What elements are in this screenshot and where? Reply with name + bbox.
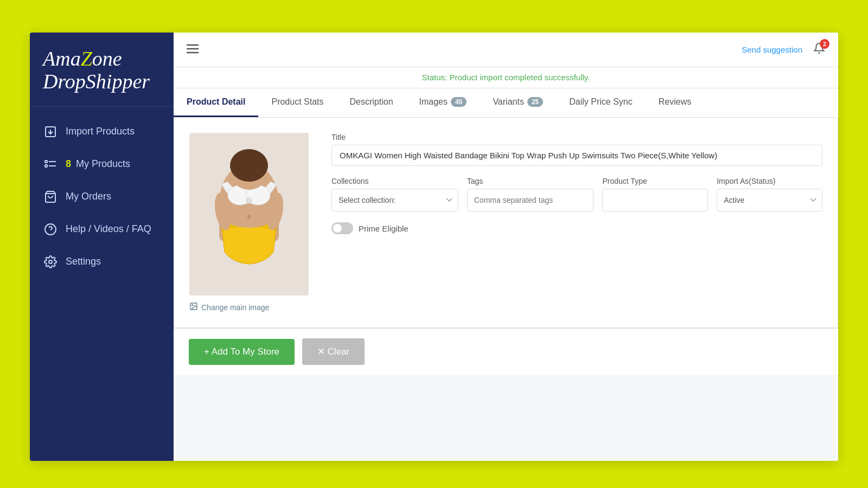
hamburger-icon[interactable]	[187, 43, 199, 57]
send-suggestion-link[interactable]: Send suggestion	[742, 45, 802, 54]
product-image-wrapper	[189, 133, 309, 296]
tab-reviews[interactable]: Reviews	[646, 88, 704, 117]
images-badge: 45	[451, 97, 467, 107]
sidebar-item-label-settings: Settings	[66, 256, 101, 267]
tags-input[interactable]	[467, 189, 594, 211]
svg-point-9	[49, 260, 52, 264]
product-type-group: Product Type	[602, 177, 708, 211]
tab-daily-price-sync[interactable]: Daily Price Sync	[556, 88, 645, 117]
form-row: Collections Select collection: Tags	[331, 177, 822, 211]
sidebar-item-help[interactable]: Help / Videos / FAQ	[30, 213, 174, 246]
tab-description[interactable]: Description	[337, 88, 406, 117]
svg-point-20	[247, 215, 251, 219]
collections-group: Collections Select collection:	[331, 177, 458, 211]
sidebar-item-my-products[interactable]: 8 My Products	[30, 148, 174, 181]
product-detail-panel: Change main image Title Collections	[174, 118, 838, 328]
tags-label: Tags	[467, 177, 594, 185]
sidebar-item-label-myproducts: 8 My Products	[66, 158, 130, 170]
prime-eligible-label: Prime Eligible	[359, 224, 409, 233]
prime-eligible-row: Prime Eligible	[331, 222, 822, 234]
title-label: Title	[331, 133, 822, 142]
outer-frame: AmaZone DropShipper Import Products	[0, 0, 868, 488]
main-content: Send suggestion 2 Status: Product imp	[174, 33, 838, 461]
status-text: Status: Product import completed success…	[422, 73, 590, 82]
add-to-store-button[interactable]: + Add To My Store	[189, 339, 295, 365]
sidebar-item-settings[interactable]: Settings	[30, 246, 174, 278]
import-status-select[interactable]: Active	[717, 189, 822, 211]
prime-eligible-toggle[interactable]	[331, 222, 353, 234]
settings-icon	[43, 254, 58, 269]
tab-bar: Product Detail Product Stats Description…	[174, 88, 838, 118]
sidebar-nav: Import Products 8 My Products	[30, 107, 174, 287]
action-bar: + Add To My Store ✕ Clear	[174, 328, 838, 375]
tab-product-detail[interactable]: Product Detail	[174, 88, 258, 117]
collections-select[interactable]: Select collection:	[331, 189, 458, 211]
sidebar-item-my-orders[interactable]: My Orders	[30, 181, 174, 213]
product-fields-col: Title Collections Select collection:	[331, 133, 822, 312]
sidebar-item-label-help: Help / Videos / FAQ	[66, 223, 151, 235]
image-icon	[189, 302, 198, 312]
svg-point-19	[226, 211, 272, 228]
product-type-label: Product Type	[602, 177, 708, 185]
import-icon	[43, 124, 58, 139]
top-bar: Send suggestion 2	[174, 33, 838, 67]
logo: AmaZone DropShipper	[30, 33, 174, 107]
collections-label: Collections	[331, 177, 458, 185]
sidebar-item-label-import: Import Products	[66, 126, 135, 137]
tags-group: Tags	[467, 177, 594, 211]
change-image-link[interactable]: Change main image	[189, 302, 314, 312]
product-image-col: Change main image	[189, 133, 314, 312]
bag-icon	[43, 189, 58, 204]
app-window: AmaZone DropShipper Import Products	[30, 33, 838, 461]
variants-badge: 25	[527, 97, 543, 107]
title-input[interactable]	[331, 145, 822, 166]
tab-images[interactable]: Images 45	[406, 88, 480, 117]
svg-rect-4	[45, 165, 47, 167]
sidebar: AmaZone DropShipper Import Products	[30, 33, 174, 461]
tab-product-stats[interactable]: Product Stats	[258, 88, 336, 117]
svg-point-26	[192, 305, 193, 306]
status-bar: Status: Product import completed success…	[174, 67, 838, 88]
svg-rect-2	[45, 160, 47, 163]
sidebar-item-import-products[interactable]: Import Products	[30, 115, 174, 148]
change-image-text: Change main image	[201, 303, 269, 312]
product-type-input[interactable]	[602, 189, 708, 211]
product-detail-layout: Change main image Title Collections	[189, 133, 822, 312]
list-icon	[43, 157, 58, 172]
tab-variants[interactable]: Variants 25	[480, 88, 556, 117]
notification-wrapper[interactable]: 2	[813, 42, 825, 57]
sidebar-item-label-myorders: My Orders	[66, 191, 111, 202]
top-bar-right: Send suggestion 2	[742, 42, 825, 57]
import-status-label: Import As(Status)	[717, 177, 822, 185]
notification-badge: 2	[820, 39, 829, 49]
svg-point-18	[246, 198, 252, 203]
help-icon	[43, 222, 58, 237]
clear-button[interactable]: ✕ Clear	[302, 338, 365, 365]
tab-content: Change main image Title Collections	[174, 118, 838, 328]
import-status-group: Import As(Status) Active	[717, 177, 822, 211]
